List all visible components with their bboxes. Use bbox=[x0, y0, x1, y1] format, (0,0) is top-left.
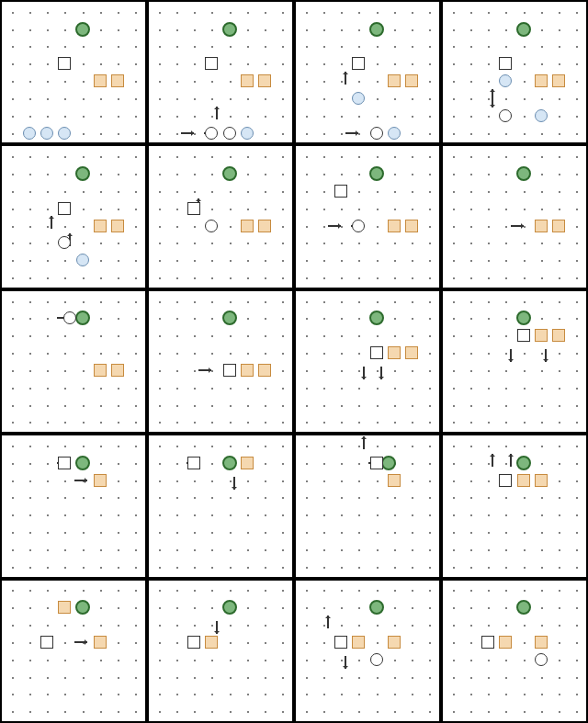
direction-arrow bbox=[74, 641, 87, 643]
entity-box bbox=[535, 636, 548, 649]
entity-box bbox=[405, 220, 418, 232]
entity-box bbox=[334, 636, 347, 649]
entity-box bbox=[352, 636, 365, 649]
entity-box bbox=[499, 636, 512, 649]
direction-arrow bbox=[233, 477, 235, 490]
goal-marker bbox=[222, 456, 237, 470]
grid-cell bbox=[147, 434, 294, 578]
goal-marker bbox=[516, 166, 531, 181]
entity-agent bbox=[352, 220, 365, 232]
goal-marker bbox=[222, 311, 237, 325]
goal-marker bbox=[516, 311, 531, 325]
entity-box bbox=[241, 457, 254, 469]
grid-cell bbox=[294, 0, 441, 144]
goal-marker bbox=[369, 311, 384, 325]
entity-box bbox=[94, 364, 107, 377]
grid-cell bbox=[0, 289, 147, 434]
goal-marker bbox=[75, 456, 90, 470]
entity-box bbox=[405, 74, 418, 87]
grid-cell bbox=[147, 289, 294, 434]
entity-agent bbox=[205, 220, 218, 232]
entity-box bbox=[499, 57, 512, 70]
entity-box bbox=[94, 220, 107, 232]
goal-marker bbox=[222, 166, 237, 181]
grid-cell bbox=[441, 434, 588, 578]
direction-arrow bbox=[510, 454, 512, 467]
goal-marker bbox=[369, 22, 384, 37]
grid-cell bbox=[441, 144, 588, 288]
direction-arrow bbox=[74, 480, 87, 481]
direction-arrow bbox=[380, 367, 382, 379]
entity-agent bbox=[370, 653, 383, 666]
entity-agent bbox=[58, 236, 71, 249]
direction-arrow bbox=[511, 225, 524, 227]
direction-arrow bbox=[216, 621, 218, 634]
goal-marker bbox=[75, 600, 90, 615]
entity-box bbox=[187, 457, 200, 469]
entity-agent bbox=[388, 127, 401, 140]
entity-agent bbox=[40, 127, 53, 140]
entity-agent bbox=[205, 127, 218, 140]
goal-marker bbox=[516, 600, 531, 615]
entity-agent bbox=[241, 127, 254, 140]
entity-box bbox=[405, 346, 418, 359]
entity-box bbox=[535, 74, 548, 87]
direction-arrow bbox=[198, 369, 211, 371]
entity-box bbox=[58, 457, 71, 469]
entity-box bbox=[552, 74, 565, 87]
grid-cell bbox=[147, 144, 294, 288]
entity-box bbox=[535, 329, 548, 342]
entity-box bbox=[40, 636, 53, 649]
grid-cell bbox=[441, 579, 588, 723]
entity-box bbox=[517, 474, 530, 487]
goal-marker bbox=[369, 600, 384, 615]
entity-box bbox=[388, 474, 401, 487]
entity-agent bbox=[58, 127, 71, 140]
entity-box bbox=[58, 57, 71, 70]
entity-box bbox=[205, 636, 218, 649]
simulation-grid bbox=[0, 0, 588, 723]
goal-marker bbox=[222, 22, 237, 37]
direction-arrow bbox=[345, 132, 358, 134]
goal-marker bbox=[75, 311, 90, 325]
goal-marker bbox=[516, 456, 531, 470]
goal-marker bbox=[222, 600, 237, 615]
entity-box bbox=[187, 636, 200, 649]
entity-agent bbox=[370, 127, 383, 140]
entity-box bbox=[388, 220, 401, 232]
entity-box bbox=[370, 457, 383, 469]
goal-marker bbox=[75, 22, 90, 37]
direction-arrow bbox=[545, 349, 547, 362]
entity-box bbox=[111, 364, 124, 377]
entity-box bbox=[334, 185, 347, 198]
entity-box bbox=[187, 202, 200, 215]
entity-agent bbox=[23, 127, 36, 140]
goal-marker bbox=[369, 166, 384, 181]
direction-arrow bbox=[328, 225, 341, 227]
entity-box bbox=[258, 220, 271, 232]
grid-cell bbox=[441, 289, 588, 434]
entity-box bbox=[111, 74, 124, 87]
entity-box bbox=[481, 636, 494, 649]
entity-box bbox=[258, 364, 271, 377]
entity-box bbox=[94, 74, 107, 87]
entity-box bbox=[517, 329, 530, 342]
entity-box bbox=[241, 364, 254, 377]
entity-box bbox=[535, 220, 548, 232]
entity-box bbox=[58, 202, 71, 215]
direction-arrow bbox=[327, 616, 329, 628]
goal-marker bbox=[516, 22, 531, 37]
entity-box bbox=[388, 346, 401, 359]
entity-agent bbox=[535, 653, 548, 666]
entity-box bbox=[241, 74, 254, 87]
grid-cell bbox=[0, 434, 147, 578]
grid-cell bbox=[147, 0, 294, 144]
entity-box bbox=[58, 601, 71, 614]
grid-cell bbox=[294, 579, 441, 723]
entity-box bbox=[388, 74, 401, 87]
grid-cell bbox=[0, 0, 147, 144]
grid-cell bbox=[0, 579, 147, 723]
entity-box bbox=[352, 57, 365, 70]
direction-arrow bbox=[363, 367, 365, 379]
entity-box bbox=[552, 220, 565, 232]
